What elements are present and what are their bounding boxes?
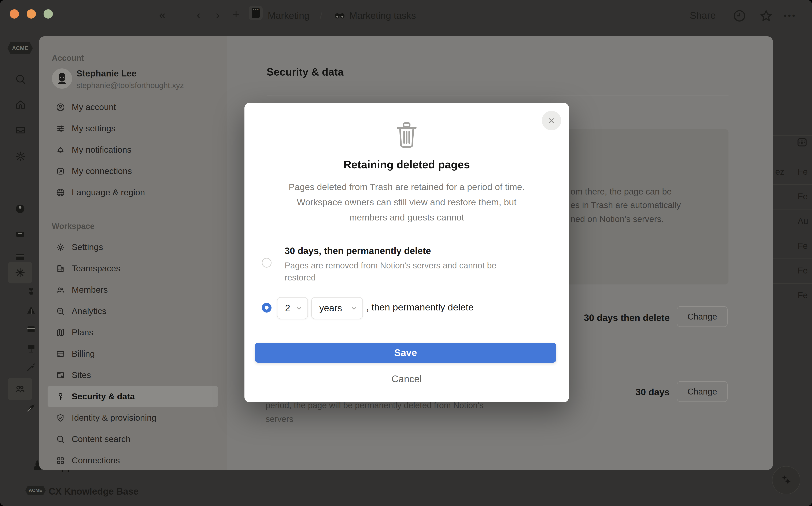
radio-custom-period[interactable] bbox=[262, 303, 272, 313]
settings-nav-identity-provisioning[interactable]: Identity & provisioning bbox=[48, 407, 218, 428]
retention-change-button[interactable]: Change bbox=[677, 306, 728, 327]
settings-nav-my-account[interactable]: My account bbox=[48, 96, 218, 118]
avatar bbox=[52, 68, 72, 89]
sidebar-search-icon[interactable] bbox=[14, 73, 27, 85]
page-title: Security & data bbox=[267, 66, 344, 78]
sign-icon bbox=[25, 343, 37, 354]
chevron-down-icon bbox=[351, 305, 357, 312]
settings-nav-label: Plans bbox=[72, 328, 93, 337]
settings-nav-label: My connections bbox=[72, 166, 132, 176]
settings-nav-my-notifications[interactable]: My notifications bbox=[48, 139, 218, 161]
clock-icon[interactable] bbox=[732, 8, 747, 23]
settings-nav-content-search[interactable]: Content search bbox=[48, 428, 218, 450]
user-name: Stephanie Lee bbox=[76, 68, 137, 79]
setting-description-line: servers bbox=[266, 414, 293, 424]
save-button[interactable]: Save bbox=[255, 343, 556, 363]
workspace-section-label: Workspace bbox=[52, 222, 94, 231]
flower-icon bbox=[14, 266, 26, 279]
ai-assistant-button[interactable] bbox=[772, 466, 800, 494]
settings-nav-my-settings[interactable]: My settings bbox=[48, 118, 218, 139]
sidebar-tent-icon[interactable] bbox=[25, 305, 37, 316]
sidebar-people-icon[interactable] bbox=[13, 383, 26, 395]
settings-nav-label: Security & data bbox=[72, 392, 135, 402]
table-cell-fragment: Au bbox=[798, 216, 808, 226]
sidebar-flower-icon[interactable] bbox=[14, 266, 26, 279]
traffic-close-button[interactable] bbox=[10, 9, 19, 19]
sidebar-inbox-icon[interactable] bbox=[14, 124, 27, 137]
star-icon[interactable] bbox=[759, 8, 773, 23]
crate-icon bbox=[25, 324, 37, 335]
settings-nav-language-region[interactable]: Language & region bbox=[48, 182, 218, 203]
building-icon bbox=[56, 264, 65, 273]
share-button[interactable]: Share bbox=[690, 10, 716, 21]
account-section-label: Account bbox=[52, 54, 84, 63]
sidebar-sign-icon[interactable] bbox=[25, 343, 37, 354]
table-cell-fragment: Fe bbox=[798, 191, 808, 201]
settings-nav-plans[interactable]: Plans bbox=[48, 322, 218, 343]
settings-nav-my-connections[interactable]: My connections bbox=[48, 161, 218, 182]
info-text-fragment: es in Trash are automatically bbox=[570, 200, 681, 210]
divider bbox=[267, 95, 729, 95]
breadcrumb-root[interactable]: Marketing bbox=[268, 10, 310, 21]
sidebar-ball-icon[interactable] bbox=[14, 203, 26, 215]
settings-nav-label: Sites bbox=[72, 370, 91, 380]
settings-nav-label: Members bbox=[72, 285, 108, 295]
new-page-icon[interactable]: + bbox=[232, 7, 240, 21]
card-icon bbox=[56, 349, 65, 359]
sidebar-screwdriver-icon[interactable] bbox=[25, 361, 37, 373]
nav-back-icon[interactable]: ‹ bbox=[197, 8, 201, 22]
table-cell-fragment: Fe bbox=[798, 241, 808, 251]
trash-change-button[interactable]: Change bbox=[677, 381, 728, 402]
workspace-menu-list: SettingsTeamspacesMembersAnalyticsPlansB… bbox=[48, 237, 218, 471]
sliders-icon bbox=[56, 124, 65, 134]
settings-nav-analytics[interactable]: Analytics bbox=[48, 301, 218, 322]
settings-nav-connections[interactable]: Connections bbox=[48, 450, 218, 471]
settings-nav-security-data[interactable]: Security & data bbox=[48, 386, 218, 407]
key-icon bbox=[56, 392, 65, 402]
traffic-minimize-button[interactable] bbox=[27, 9, 36, 19]
more-options-icon[interactable]: ••• bbox=[784, 11, 796, 20]
sidebar-home-icon[interactable] bbox=[14, 98, 27, 111]
close-icon[interactable]: × bbox=[542, 111, 561, 130]
shield-icon bbox=[56, 413, 65, 423]
sidebar-feather-icon[interactable] bbox=[25, 402, 37, 414]
sidebar-gear-icon[interactable] bbox=[14, 150, 27, 162]
user-email: stephanie@toolsforthought.xyz bbox=[76, 81, 184, 90]
search-icon bbox=[56, 434, 65, 444]
binoculars-icon bbox=[333, 9, 346, 23]
inbox-icon bbox=[14, 124, 27, 137]
nav-forward-icon[interactable]: › bbox=[216, 8, 220, 22]
settings-nav-label: Teamspaces bbox=[72, 264, 120, 273]
crate-icon bbox=[14, 251, 26, 263]
sidebar-mailbox-icon[interactable] bbox=[14, 228, 26, 240]
settings-nav-members[interactable]: Members bbox=[48, 279, 218, 301]
sidebar-collapse-icon[interactable]: « bbox=[159, 8, 165, 22]
person-circle-icon bbox=[56, 102, 65, 112]
sparkles-icon bbox=[779, 473, 794, 488]
option-30-days-label: 30 days, then permanently delete bbox=[285, 246, 431, 256]
map-icon bbox=[56, 328, 65, 337]
sidebar-plant-icon[interactable] bbox=[25, 285, 37, 297]
settings-nav-sites[interactable]: Sites bbox=[48, 364, 218, 386]
settings-nav-teamspaces[interactable]: Teamspaces bbox=[48, 258, 218, 279]
radio-30-days[interactable] bbox=[262, 258, 272, 268]
sidebar-crate-icon[interactable] bbox=[14, 251, 26, 263]
sidebar-crate-icon[interactable] bbox=[25, 324, 37, 335]
table-cell-fragment: Fe bbox=[798, 266, 808, 276]
info-text-fragment: om there, the page can be bbox=[570, 187, 672, 197]
settings-nav-settings[interactable]: Settings bbox=[48, 237, 218, 258]
chevron-down-icon bbox=[295, 305, 302, 312]
period-unit-value: years bbox=[319, 303, 342, 313]
screwdriver-icon bbox=[25, 361, 37, 373]
table-cell-fragment: ez bbox=[775, 167, 784, 177]
traffic-zoom-button[interactable] bbox=[44, 9, 53, 19]
cancel-button[interactable]: Cancel bbox=[245, 373, 569, 385]
period-number-dropdown[interactable]: 2 bbox=[277, 297, 308, 319]
breadcrumb-page[interactable]: Marketing tasks bbox=[349, 10, 416, 21]
settings-nav-billing[interactable]: Billing bbox=[48, 343, 218, 364]
period-unit-dropdown[interactable]: years bbox=[311, 297, 363, 319]
sidebar-item-cx-knowledge-base[interactable]: CX Knowledge Base bbox=[49, 486, 138, 497]
grid-icon bbox=[56, 456, 65, 466]
breadcrumb-separator: / bbox=[320, 10, 323, 21]
settings-nav-label: Billing bbox=[72, 349, 95, 359]
